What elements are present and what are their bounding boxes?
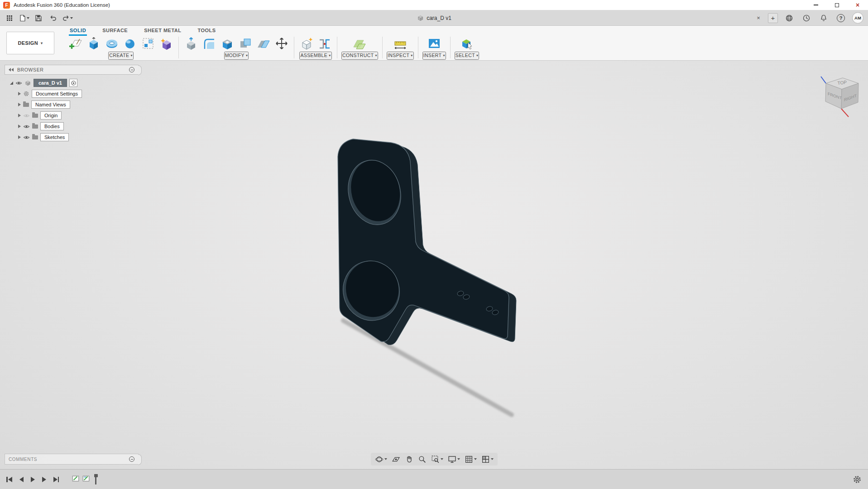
undo-icon <box>49 14 57 22</box>
ribbon-group-create-label[interactable]: CREATE▾ <box>108 52 134 60</box>
expander-closed-icon[interactable] <box>18 103 21 106</box>
ribbon-group-construct-label[interactable]: CONSTRUCT▾ <box>341 52 378 60</box>
model-shadow <box>343 321 512 415</box>
zoom-button[interactable] <box>417 454 428 465</box>
browser-item-sketches[interactable]: Sketches <box>5 132 139 143</box>
save-button[interactable] <box>33 12 44 24</box>
expander-closed-icon[interactable] <box>18 125 21 128</box>
maximize-button[interactable] <box>826 0 847 10</box>
undo-button[interactable] <box>47 12 59 24</box>
appbar-right-cluster: × + ? AM <box>754 12 868 24</box>
notifications-button[interactable] <box>818 12 830 24</box>
revolve-button[interactable] <box>104 35 120 52</box>
activate-component-radio[interactable] <box>69 79 77 87</box>
construction-plane-button[interactable] <box>351 35 368 52</box>
user-avatar[interactable]: AM <box>852 12 863 24</box>
sweep-button[interactable] <box>122 35 138 52</box>
comments-bar[interactable]: COMMENTS <box>5 454 139 465</box>
ribbon-group-insert-label[interactable]: INSERT▾ <box>422 52 446 60</box>
timeline-playhead-marker[interactable] <box>95 475 96 484</box>
eye-icon[interactable] <box>23 124 30 129</box>
fillet-button[interactable] <box>201 35 217 52</box>
ribbon-group-assemble-label[interactable]: ASSEMBLE▾ <box>299 52 331 60</box>
timeline-settings-button[interactable] <box>853 475 868 484</box>
create-sketch-button[interactable] <box>67 35 84 52</box>
axis-x-red <box>841 109 849 117</box>
new-document-tab-button[interactable]: + <box>768 13 778 23</box>
measure-button[interactable] <box>392 35 408 52</box>
look-at-button[interactable] <box>390 454 402 465</box>
redo-button[interactable] <box>62 12 73 24</box>
close-window-button[interactable]: × <box>847 0 868 10</box>
minimize-panel-icon[interactable] <box>129 456 134 462</box>
shell-button[interactable] <box>219 35 235 52</box>
shell-icon <box>220 36 235 51</box>
insert-image-button[interactable] <box>426 35 442 52</box>
3d-viewport[interactable]: TOP FRONT RIGHT BROWSER cara_D v1 <box>0 61 868 469</box>
help-button[interactable]: ? <box>835 12 847 24</box>
expander-closed-icon[interactable] <box>18 114 21 117</box>
go-to-end-button[interactable] <box>53 477 59 482</box>
minimize-panel-icon[interactable] <box>129 67 134 72</box>
go-to-beginning-button[interactable] <box>6 477 12 482</box>
step-back-button[interactable] <box>19 477 24 482</box>
expander-open-icon[interactable] <box>10 82 13 85</box>
browser-root-label[interactable]: cara_D v1 <box>34 79 67 87</box>
data-panel-button[interactable] <box>4 12 15 24</box>
ribbon-group-inspect-label[interactable]: INSPECT▾ <box>387 52 414 60</box>
browser-item-origin[interactable]: Origin <box>5 110 139 121</box>
eye-hidden-icon[interactable] <box>23 113 30 118</box>
browser-item-label[interactable]: Document Settings <box>32 90 82 98</box>
tab-solid[interactable]: SOLID <box>69 27 87 36</box>
workspace-selector[interactable]: DESIGN ▾ <box>6 32 54 54</box>
tab-surface[interactable]: SURFACE <box>101 27 129 34</box>
orbit-button[interactable] <box>374 454 388 465</box>
browser-item-document-settings[interactable]: Document Settings <box>5 88 139 99</box>
browser-item-named-views[interactable]: Named Views <box>5 99 139 110</box>
offset-face-button[interactable] <box>255 35 272 52</box>
browser-root-row[interactable]: cara_D v1 <box>5 77 139 88</box>
ribbon-group-modify-label[interactable]: MODIFY▾ <box>224 52 249 60</box>
file-menu-button[interactable] <box>18 12 30 24</box>
expander-closed-icon[interactable] <box>18 135 21 139</box>
minimize-button[interactable] <box>806 0 826 10</box>
combine-button[interactable] <box>237 35 254 52</box>
viewports-button[interactable] <box>480 454 495 465</box>
browser-header[interactable]: BROWSER <box>5 65 139 75</box>
browser-item-label[interactable]: Named Views <box>31 101 70 109</box>
viewcube[interactable]: TOP FRONT RIGHT <box>818 72 868 122</box>
extensions-button[interactable] <box>783 12 795 24</box>
eye-icon[interactable] <box>23 135 30 140</box>
grid-and-snaps-button[interactable] <box>463 454 478 465</box>
create-form-button[interactable] <box>158 35 174 52</box>
press-pull-button[interactable] <box>183 35 199 52</box>
ribbon-group-select-label[interactable]: SELECT▾ <box>455 52 480 60</box>
extrude-button[interactable] <box>86 35 102 52</box>
move-copy-button[interactable] <box>273 35 290 52</box>
pan-button[interactable] <box>403 454 415 465</box>
browser-item-label[interactable]: Sketches <box>40 133 69 141</box>
chevron-down-icon: ▾ <box>411 53 412 58</box>
browser-item-bodies[interactable]: Bodies <box>5 121 139 132</box>
browser-item-label[interactable]: Bodies <box>40 122 64 130</box>
tab-tools[interactable]: TOOLS <box>197 27 216 34</box>
browser-item-label[interactable]: Origin <box>40 111 62 120</box>
sketch-feature-1[interactable] <box>72 475 80 484</box>
fit-button[interactable] <box>430 454 445 465</box>
display-settings-button[interactable] <box>446 454 461 465</box>
joint-button[interactable] <box>317 35 333 52</box>
new-component-button[interactable] <box>298 35 315 52</box>
collapse-panel-icon[interactable] <box>9 68 14 72</box>
timeline-bar <box>0 469 868 489</box>
eye-icon[interactable] <box>15 81 22 86</box>
tab-sheet-metal[interactable]: SHEET METAL <box>143 27 182 34</box>
select-button[interactable] <box>459 35 475 52</box>
sketch-feature-2[interactable] <box>82 475 90 484</box>
play-button[interactable] <box>31 477 35 482</box>
step-forward-button[interactable] <box>42 477 46 482</box>
document-tab[interactable]: cara_D v1 <box>410 10 458 26</box>
job-status-button[interactable] <box>801 12 812 24</box>
rectangular-pattern-button[interactable] <box>140 35 156 52</box>
expander-closed-icon[interactable] <box>18 92 21 96</box>
close-document-tab-button[interactable]: × <box>754 14 762 21</box>
